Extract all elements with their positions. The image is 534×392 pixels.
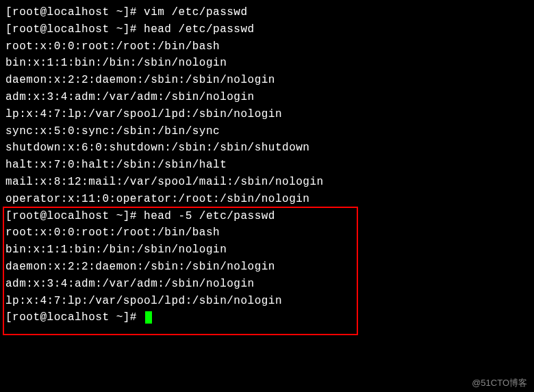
terminal-line: bin:x:1:1:bin:/bin:/sbin/nologin bbox=[5, 55, 529, 72]
terminal-line: [root@localhost ~]# head -5 /etc/passwd bbox=[5, 208, 529, 225]
terminal-line: shutdown:x:6:0:shutdown:/sbin:/sbin/shut… bbox=[5, 140, 529, 157]
terminal-line: root:x:0:0:root:/root:/bin/bash bbox=[5, 224, 529, 241]
cursor-icon bbox=[145, 311, 152, 324]
terminal-line: adm:x:3:4:adm:/var/adm:/sbin/nologin bbox=[5, 89, 529, 106]
terminal-prompt: [root@localhost ~]# bbox=[5, 311, 144, 324]
terminal-line: sync:x:5:0:sync:/sbin:/bin/sync bbox=[5, 123, 529, 140]
terminal-line: adm:x:3:4:adm:/var/adm:/sbin/nologin bbox=[5, 276, 529, 293]
terminal-line: operator:x:11:0:operator:/root:/sbin/nol… bbox=[5, 191, 529, 208]
terminal-line: lp:x:4:7:lp:/var/spool/lpd:/sbin/nologin bbox=[5, 106, 529, 123]
terminal-window[interactable]: [root@localhost ~]# vim /etc/passwd [roo… bbox=[0, 0, 534, 330]
terminal-line: [root@localhost ~]# vim /etc/passwd bbox=[5, 4, 529, 21]
terminal-prompt-line[interactable]: [root@localhost ~]# bbox=[5, 309, 529, 326]
terminal-line: halt:x:7:0:halt:/sbin:/sbin/halt bbox=[5, 157, 529, 174]
terminal-line: daemon:x:2:2:daemon:/sbin:/sbin/nologin bbox=[5, 259, 529, 276]
terminal-line: root:x:0:0:root:/root:/bin/bash bbox=[5, 38, 529, 55]
terminal-line: lp:x:4:7:lp:/var/spool/lpd:/sbin/nologin bbox=[5, 293, 529, 310]
terminal-line: bin:x:1:1:bin:/bin:/sbin/nologin bbox=[5, 241, 529, 259]
terminal-line: mail:x:8:12:mail:/var/spool/mail:/sbin/n… bbox=[5, 174, 529, 191]
terminal-line: daemon:x:2:2:daemon:/sbin:/sbin/nologin bbox=[5, 72, 529, 89]
watermark-text: @51CTO博客 bbox=[472, 377, 527, 389]
terminal-line: [root@localhost ~]# head /etc/passwd bbox=[5, 21, 529, 38]
